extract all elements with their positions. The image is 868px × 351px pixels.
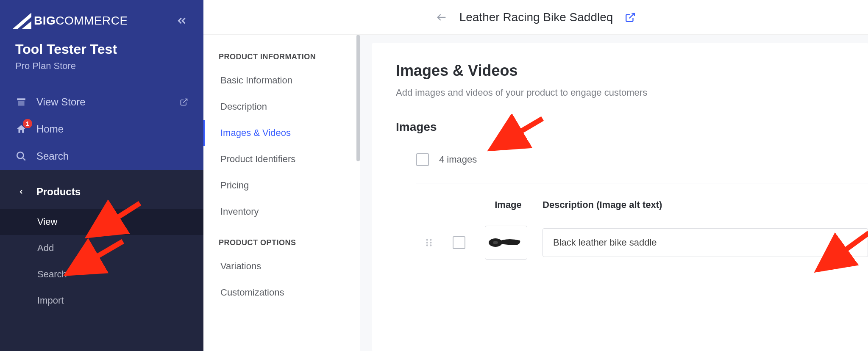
panel-heading: Images & Videos [396,62,868,80]
svg-line-5 [22,158,25,160]
row-checkbox[interactable] [453,236,465,249]
svg-point-13 [430,244,431,246]
main-area: Leather Racing Bike Saddleq PRODUCT INFO… [203,0,868,351]
drag-handle-icon[interactable] [416,237,442,248]
sidebar-header: BIGCOMMERCE [0,0,203,39]
sidebar: BIGCOMMERCE Tool Tester Test Pro Plan St… [0,0,203,351]
brand-logo: BIGCOMMERCE [13,13,128,29]
open-external-icon[interactable] [625,12,636,23]
images-count: 4 images [439,154,477,165]
secnav-pricing[interactable]: Pricing [203,172,360,199]
panel-description: Add images and videos of your product to… [396,87,868,98]
secnav-description[interactable]: Description [203,94,360,120]
content-panel: Images & Videos Add images and videos of… [372,43,868,351]
svg-point-8 [426,239,428,240]
content-panel-wrapper: Images & Videos Add images and videos of… [360,35,868,351]
subnav-import[interactable]: Import [0,287,203,314]
svg-line-3 [183,99,187,103]
secnav-group-title: PRODUCT OPTIONS [203,232,360,253]
brand-big: BIG [34,14,56,27]
brand-rest: COMMERCE [56,14,128,27]
images-table-header: Image Description (Image alt text) [416,193,868,221]
col-header-alt: Description (Image alt text) [542,199,868,210]
svg-point-9 [426,242,428,243]
workspace: PRODUCT INFORMATION Basic Information De… [203,35,868,351]
svg-point-4 [17,152,23,158]
alt-text-input[interactable] [542,228,868,257]
sidebar-section-products: Products View Add Search Import [0,170,203,351]
images-block: 4 images Image Description (Image alt te… [396,148,868,264]
secondary-nav: PRODUCT INFORMATION Basic Information De… [203,35,360,351]
external-link-icon [180,98,188,106]
secnav-group-title: PRODUCT INFORMATION [203,47,360,67]
nav-label: View Store [36,96,170,108]
select-all-checkbox[interactable] [416,153,429,166]
section-title: Products [36,186,81,198]
nav-search[interactable]: Search [0,143,203,170]
secnav-images-videos[interactable]: Images & Videos [203,120,360,146]
nav-home[interactable]: 1 Home [0,116,203,143]
svg-line-7 [629,13,634,18]
subnav-search[interactable]: Search [0,261,203,287]
notification-badge: 1 [23,119,32,128]
svg-point-12 [430,242,431,243]
secnav-customizations[interactable]: Customizations [203,279,360,306]
subnav-view[interactable]: View [0,209,203,235]
section-heading-images: Images [396,120,868,134]
subnav-add[interactable]: Add [0,235,203,261]
secnav-basic-info[interactable]: Basic Information [203,67,360,94]
secnav-inventory[interactable]: Inventory [203,199,360,225]
back-arrow-icon[interactable] [436,11,448,23]
nav-view-store[interactable]: View Store [0,88,203,116]
image-row [416,221,868,264]
store-name: Tool Tester Test [15,41,188,57]
store-plan: Pro Plan Store [15,61,188,72]
search-icon [15,150,27,162]
secnav-variations[interactable]: Variations [203,253,360,279]
chevron-left-icon [15,187,27,196]
svg-point-11 [430,239,431,240]
page-title: Leather Racing Bike Saddleq [459,11,613,24]
images-count-row: 4 images [416,148,868,183]
image-thumbnail[interactable] [485,226,527,260]
section-header-products[interactable]: Products [0,175,203,209]
svg-point-15 [493,241,498,244]
nav-label: Home [36,123,188,135]
secnav-identifiers[interactable]: Product Identifiers [203,146,360,172]
col-header-image: Image [485,199,531,210]
topbar: Leather Racing Bike Saddleq [203,0,868,35]
store-info: Tool Tester Test Pro Plan Store [0,39,203,85]
nav-label: Search [36,150,188,162]
logo-mark-icon [13,13,31,29]
svg-point-10 [426,244,428,246]
collapse-sidebar-icon[interactable] [175,14,188,27]
storefront-icon [15,96,27,108]
primary-nav: View Store 1 Home Search [0,85,203,170]
